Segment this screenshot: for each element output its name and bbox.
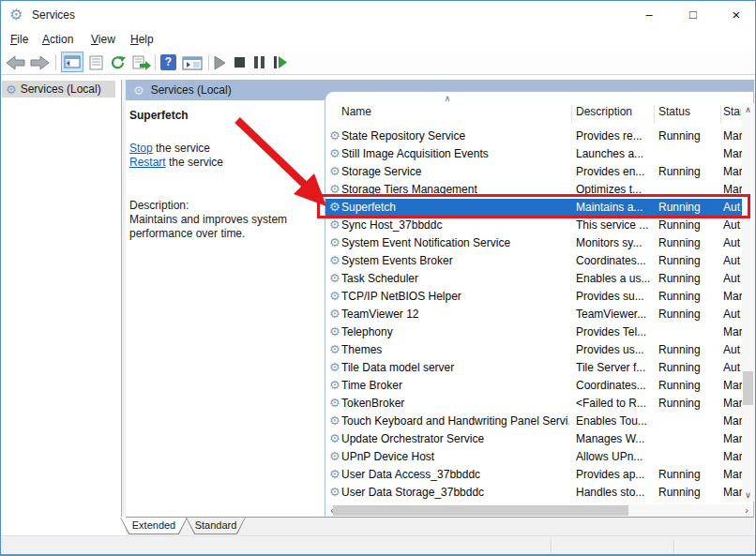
restart-service-line: Restart the service	[129, 156, 223, 169]
service-row[interactable]: ⚙ User Data Access_37bbddc Provides ap..…	[325, 466, 742, 484]
restart-service-button[interactable]	[274, 53, 288, 72]
restart-service-link[interactable]: Restart	[129, 156, 166, 169]
vertical-scrollbar[interactable]: ∧ ∨	[742, 103, 754, 502]
column-header-description[interactable]: Description	[576, 105, 651, 124]
menu-view[interactable]: View	[88, 32, 118, 48]
column-header-startup-type[interactable]: Star	[723, 105, 741, 124]
show-console-tree-button[interactable]	[61, 52, 83, 72]
export-list-button[interactable]	[131, 53, 151, 72]
service-status-cell: Running	[658, 308, 717, 321]
service-row[interactable]: ⚙ Touch Keyboard and Handwriting Panel S…	[325, 413, 742, 430]
play-icon	[214, 55, 226, 70]
service-name-cell: Touch Keyboard and Handwriting Panel Ser…	[341, 414, 569, 428]
minimize-button[interactable]: –	[633, 1, 665, 29]
service-startup-cell: Mar	[723, 129, 742, 143]
back-icon	[6, 55, 25, 70]
service-description-cell: Optimizes t...	[576, 183, 651, 196]
pause-service-button[interactable]	[254, 53, 265, 72]
tree-node-services-local[interactable]: ⚙ Services (Local)	[2, 81, 115, 98]
service-row[interactable]: ⚙ Telephony Provides Tel... Mar	[325, 323, 742, 341]
help-icon: ?	[160, 54, 176, 70]
menu-action[interactable]: Action	[39, 32, 76, 48]
forward-button[interactable]	[30, 53, 50, 72]
service-row[interactable]: ⚙ System Event Notification Service Moni…	[325, 234, 742, 252]
service-gear-icon: ⚙	[329, 165, 340, 177]
column-header-status[interactable]: Status	[658, 105, 717, 124]
scroll-right-icon[interactable]: ›	[740, 504, 753, 517]
menu-file[interactable]: File	[8, 32, 31, 48]
services-gear-icon: ⚙	[6, 83, 17, 96]
service-gear-icon: ⚙	[329, 290, 340, 302]
service-name-cell: System Event Notification Service	[341, 236, 569, 249]
service-gear-icon: ⚙	[329, 308, 340, 320]
service-row[interactable]: ⚙ UPnP Device Host Allows UPn... Mar	[325, 448, 742, 466]
column-separator[interactable]	[720, 105, 721, 124]
service-row[interactable]: ⚙ State Repository Service Provides re..…	[325, 128, 742, 145]
service-status-cell: Running	[658, 129, 717, 143]
service-description-cell: Provides re...	[576, 129, 651, 143]
service-description-cell: This service ...	[576, 218, 651, 232]
show-action-pane-button[interactable]	[182, 53, 203, 72]
service-row[interactable]: ⚙ Storage Service Provides en... Running…	[325, 163, 742, 181]
tab-standard[interactable]: Standard	[186, 518, 246, 534]
menu-help[interactable]: Help	[128, 32, 157, 48]
toolbar-separator	[155, 54, 156, 70]
service-row[interactable]: ⚙ Superfetch Maintains a... Running Aut	[325, 199, 742, 217]
service-row[interactable]: ⚙ Time Broker Coordinates... Running Mar	[325, 377, 742, 395]
service-row[interactable]: ⚙ Themes Provides us... Running Aut	[325, 341, 742, 359]
service-description-cell: Coordinates...	[576, 379, 651, 392]
service-row[interactable]: ⚙ Update Orchestrator Service Manages W.…	[325, 430, 742, 448]
service-status-cell: Running	[658, 272, 717, 285]
service-row[interactable]: ⚙ TokenBroker <Failed to R... Running Ma…	[325, 395, 742, 413]
service-gear-icon: ⚙	[329, 361, 340, 373]
vertical-scroll-thumb[interactable]	[743, 371, 753, 405]
stop-service-button[interactable]	[234, 53, 245, 72]
service-status-cell: Running	[658, 165, 717, 178]
tab-extended[interactable]: Extended	[120, 518, 188, 534]
horizontal-scrollbar[interactable]: ‹ ›	[325, 504, 753, 517]
column-separator[interactable]	[571, 105, 572, 124]
back-button[interactable]	[6, 53, 25, 72]
service-startup-cell: Aut	[723, 254, 742, 267]
service-description-cell: Provides en...	[576, 165, 651, 178]
service-row[interactable]: ⚙ Storage Tiers Management Optimizes t..…	[325, 181, 742, 199]
refresh-button[interactable]	[110, 53, 127, 72]
horizontal-scroll-thumb[interactable]	[333, 505, 628, 516]
restart-icon	[274, 56, 277, 68]
service-row[interactable]: ⚙ System Events Broker Coordinates... Ru…	[325, 252, 742, 270]
service-name-cell: UPnP Device Host	[341, 450, 569, 463]
service-description-cell: Launches a...	[576, 147, 651, 160]
start-service-button[interactable]	[214, 53, 226, 72]
service-name-cell: Update Orchestrator Service	[341, 432, 569, 445]
stop-service-link[interactable]: Stop	[129, 142, 153, 155]
sort-ascending-icon: ∧	[439, 94, 456, 103]
service-rows: ⚙ State Repository Service Provides re..…	[325, 128, 742, 502]
close-button[interactable]: ×	[720, 1, 752, 29]
column-header-name[interactable]: Name	[341, 105, 567, 124]
scroll-down-icon[interactable]: ∨	[742, 488, 754, 502]
service-row[interactable]: ⚙ User Data Storage_37bbddc Handles sto.…	[325, 484, 742, 502]
tab-extended-label: Extended	[121, 518, 187, 533]
help-button[interactable]: ?	[160, 53, 176, 72]
scroll-up-icon[interactable]: ∧	[742, 103, 754, 116]
service-row[interactable]: ⚙ TCP/IP NetBIOS Helper Provides su... R…	[325, 288, 742, 306]
service-row[interactable]: ⚙ Sync Host_37bbddc This service ... Run…	[325, 217, 742, 234]
forward-icon	[30, 55, 50, 70]
service-row[interactable]: ⚙ Task Scheduler Enables a us... Running…	[325, 270, 742, 288]
pause-icon	[254, 56, 258, 68]
properties-button[interactable]	[88, 53, 105, 72]
service-gear-icon: ⚙	[329, 450, 340, 462]
column-separator[interactable]	[654, 105, 655, 124]
service-status-cell: Running	[658, 218, 717, 232]
maximize-button[interactable]: □	[677, 1, 709, 29]
service-description-cell: Enables a us...	[576, 272, 651, 285]
service-status-cell: Running	[658, 290, 717, 303]
service-gear-icon: ⚙	[329, 147, 340, 159]
service-status-cell: Running	[658, 468, 717, 481]
service-row[interactable]: ⚙ Tile Data model server Tile Server f..…	[325, 359, 742, 377]
service-row[interactable]: ⚙ TeamViewer 12 TeamViewer... Running Au…	[325, 306, 742, 323]
service-startup-cell: Aut	[723, 343, 742, 356]
service-gear-icon: ⚙	[329, 272, 340, 284]
service-row[interactable]: ⚙ Still Image Acquisition Events Launche…	[325, 145, 742, 163]
service-gear-icon: ⚙	[329, 236, 340, 248]
